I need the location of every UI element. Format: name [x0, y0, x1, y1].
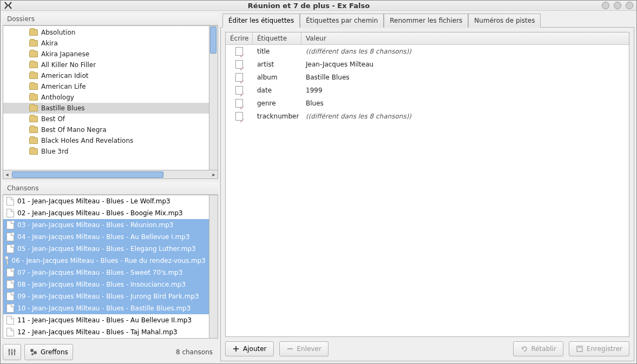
tab[interactable]: Renommer les fichiers [384, 14, 468, 28]
song-label: 02 - Jean-Jacques Milteau - Blues - Boog… [17, 209, 183, 217]
file-icon [6, 197, 14, 206]
song-count-status: 8 chansons [176, 348, 218, 356]
folders-header: Dossiers [3, 13, 218, 25]
folder-item[interactable]: American Idiot [3, 70, 209, 81]
folder-item[interactable]: Best Of Mano Negra [3, 124, 209, 135]
left-bottom-bar: Greffons 8 chansons [3, 343, 218, 361]
tab[interactable]: Numéros de pistes [468, 14, 541, 28]
tag-name-cell[interactable]: tracknumber [253, 111, 301, 121]
song-item[interactable]: 03 - Jean-Jacques Milteau - Blues - Réun… [3, 219, 209, 231]
song-item[interactable]: 10 - Jean-Jacques Milteau - Blues - Bast… [3, 302, 209, 314]
folders-hscrollbar[interactable]: ◂ ▸ [3, 170, 218, 179]
tag-value-cell[interactable]: ((différent dans les 8 chansons)) [301, 111, 629, 121]
tag-row[interactable]: title((différent dans les 8 chansons)) [226, 45, 629, 58]
undo-icon [520, 345, 528, 353]
maximize-button[interactable] [614, 2, 621, 9]
folder-item[interactable]: American Life [3, 81, 209, 92]
song-label: 05 - Jean-Jacques Milteau - Blues - Eleg… [17, 245, 196, 253]
plugins-button[interactable]: Greffons [24, 344, 73, 360]
folder-item[interactable]: Black Holes And Revelations [3, 135, 209, 146]
song-item[interactable]: 04 - Jean-Jacques Milteau - Blues - Au B… [3, 231, 209, 243]
tag-name-cell[interactable]: date [253, 85, 301, 95]
file-icon [6, 316, 14, 325]
folder-item[interactable]: Best Of [3, 114, 209, 124]
song-label: 11 - Jean-Jacques Milteau - Blues - Au B… [17, 316, 192, 324]
svg-point-0 [8, 349, 10, 352]
file-icon [6, 233, 14, 241]
tag-name-cell[interactable]: genre [253, 98, 301, 108]
folder-item[interactable]: Absolution [3, 27, 209, 38]
preferences-button[interactable] [3, 344, 21, 360]
window-title: Réunion et 7 de plus - Ex Falso [16, 2, 602, 10]
song-item[interactable]: 12 - Jean-Jacques Milteau - Blues - Taj … [3, 326, 209, 338]
write-cell[interactable] [226, 85, 253, 96]
folder-item[interactable]: Blue 3rd [3, 146, 209, 157]
col-tag[interactable]: Étiquette [253, 32, 301, 44]
minus-icon [286, 345, 294, 353]
tab[interactable]: Éditer les étiquettes [222, 14, 300, 28]
folder-label: American Idiot [41, 72, 88, 80]
song-item[interactable]: 06 - Jean-Jacques Milteau - Blues - Rue … [3, 255, 209, 267]
app-icon [4, 1, 12, 10]
folder-item[interactable]: All Killer No Filler [3, 59, 209, 70]
tag-value-cell[interactable]: Jean-Jacques Milteau [301, 59, 629, 69]
tag-name-cell[interactable]: album [253, 72, 301, 82]
close-button[interactable] [626, 2, 633, 9]
songs-scrollbar[interactable] [209, 195, 218, 339]
write-cell[interactable] [226, 72, 253, 83]
folder-label: Best Of [41, 115, 65, 123]
revert-button[interactable]: Rétablir [513, 341, 563, 356]
tag-editor: Écrire Étiquette Valeur title((différent… [220, 28, 634, 361]
write-cell[interactable] [226, 111, 253, 122]
scroll-right-icon[interactable]: ▸ [210, 171, 218, 178]
song-item[interactable]: 02 - Jean-Jacques Milteau - Blues - Boog… [3, 207, 209, 219]
song-label: 07 - Jean-Jacques Milteau - Blues - Swee… [17, 269, 182, 276]
song-item[interactable]: 01 - Jean-Jacques Milteau - Blues - Le W… [3, 195, 209, 207]
folder-item[interactable]: Bastille Blues [3, 103, 209, 114]
tab[interactable]: Étiquettes par chemin [300, 14, 384, 28]
file-icon [6, 256, 8, 265]
folder-icon [29, 72, 38, 79]
tag-table-body[interactable]: title((différent dans les 8 chansons))ar… [226, 45, 629, 336]
col-value[interactable]: Valeur [301, 32, 629, 44]
tag-value-cell[interactable]: ((différent dans les 8 chansons)) [301, 47, 629, 56]
file-icon [6, 280, 14, 289]
svg-point-3 [30, 349, 34, 352]
titlebar[interactable]: Réunion et 7 de plus - Ex Falso [1, 1, 636, 11]
song-item[interactable]: 07 - Jean-Jacques Milteau - Blues - Swee… [3, 267, 209, 279]
plugins-label: Greffons [41, 348, 68, 356]
folder-item[interactable]: Akira [3, 38, 209, 49]
song-item[interactable]: 11 - Jean-Jacques Milteau - Blues - Au B… [3, 314, 209, 326]
minimize-button[interactable] [602, 2, 609, 9]
tag-row[interactable]: albumBastille Blues [226, 71, 629, 84]
col-write[interactable]: Écrire [226, 32, 253, 44]
song-item[interactable]: 08 - Jean-Jacques Milteau - Blues - Inso… [3, 279, 209, 290]
tag-value-cell[interactable]: Bastille Blues [301, 72, 629, 82]
file-icon [6, 304, 14, 313]
folders-scrollbar[interactable] [209, 25, 218, 170]
scroll-left-icon[interactable]: ◂ [3, 171, 11, 178]
write-cell[interactable] [226, 59, 253, 70]
songs-list[interactable]: 01 - Jean-Jacques Milteau - Blues - Le W… [3, 195, 209, 339]
remove-button[interactable]: Enlever [279, 341, 329, 356]
tag-value-cell[interactable]: 1999 [301, 85, 629, 95]
folder-icon [29, 62, 38, 68]
save-button[interactable]: Enregistrer [569, 341, 629, 356]
song-item[interactable]: 05 - Jean-Jacques Milteau - Blues - Eleg… [3, 243, 209, 255]
folder-item[interactable]: Akira Japanese [3, 49, 209, 59]
tag-row[interactable]: artistJean-Jacques Milteau [226, 58, 629, 71]
folders-tree[interactable]: AbsolutionAkiraAkira JapaneseAll Killer … [3, 25, 209, 170]
tag-row[interactable]: date1999 [226, 84, 629, 97]
write-cell[interactable] [226, 46, 253, 57]
tag-name-cell[interactable]: artist [253, 59, 301, 69]
folder-label: Anthology [41, 94, 74, 101]
tag-name-cell[interactable]: title [253, 47, 301, 56]
add-button[interactable]: Ajouter [225, 341, 274, 356]
tag-value-cell[interactable]: Blues [301, 98, 629, 108]
folder-item[interactable]: Anthology [3, 92, 209, 103]
tag-row[interactable]: genreBlues [226, 97, 629, 110]
write-cell[interactable] [226, 98, 253, 109]
tag-row[interactable]: tracknumber((différent dans les 8 chanso… [226, 110, 629, 123]
folder-label: Blue 3rd [41, 148, 68, 155]
song-item[interactable]: 09 - Jean-Jacques Milteau - Blues - Juro… [3, 290, 209, 302]
